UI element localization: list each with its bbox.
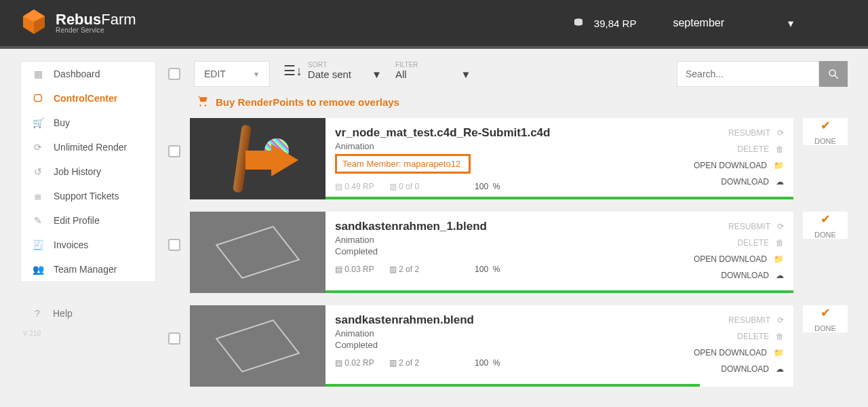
chevron-down-icon: ▼ xyxy=(253,71,260,78)
job-progress: 100 % xyxy=(475,265,500,274)
sidebar-item-profile[interactable]: ✎Edit Profile xyxy=(21,208,155,233)
sidebar-item-invoices[interactable]: 🧾Invoices xyxy=(21,233,155,257)
toolbar: EDIT ▼ ☰↓ SORT Date sent▼ FILTER All▼ xyxy=(168,61,848,87)
open-download-button[interactable]: OPEN DOWNLOAD xyxy=(694,254,767,264)
sidebar-item-help[interactable]: ?Help xyxy=(20,301,156,326)
filter-dropdown[interactable]: FILTER All▼ xyxy=(395,61,471,80)
job-checkbox[interactable] xyxy=(168,332,180,345)
job-frames: 0 of 0 xyxy=(399,182,419,191)
svg-line-6 xyxy=(835,75,838,79)
job-thumbnail[interactable] xyxy=(190,212,326,293)
select-all-checkbox[interactable] xyxy=(168,68,180,80)
job-actions: RESUBMIT⟳ DELETE🗑 OPEN DOWNLOAD📁 DOWNLOA… xyxy=(694,125,784,190)
user-menu[interactable]: september ▾ xyxy=(663,17,793,30)
sidebar-item-label: Job History xyxy=(54,166,101,177)
brand-logo[interactable]: RebusFarm Render Service xyxy=(20,8,136,38)
grid-icon: ▦ xyxy=(32,69,44,79)
filter-label: FILTER xyxy=(395,61,471,69)
brand-sub: Farm xyxy=(101,11,136,28)
edit-dropdown[interactable]: EDIT ▼ xyxy=(194,61,270,87)
sidebar-item-label: Buy xyxy=(54,117,70,128)
job-card: sandkastenrahmen_1.blend Animation Compl… xyxy=(190,212,793,293)
open-download-button[interactable]: OPEN DOWNLOAD xyxy=(694,161,767,170)
sort-icon: ☰↓ xyxy=(283,62,302,79)
done-badge[interactable]: ✔ DONE xyxy=(803,305,848,332)
job-frames: 2 of 2 xyxy=(399,265,419,274)
delete-button[interactable]: DELETE xyxy=(737,144,769,154)
trash-icon[interactable]: 🗑 xyxy=(776,144,784,154)
balance-display[interactable]: 39,84 RP xyxy=(572,17,637,29)
sort-value: Date sent xyxy=(308,69,351,80)
resubmit-button[interactable]: RESUBMIT xyxy=(728,128,770,138)
refresh-icon[interactable]: ⟳ xyxy=(777,128,784,138)
done-badge[interactable]: ✔ DONE xyxy=(803,118,848,145)
edit-label: EDIT xyxy=(204,69,226,79)
job-checkbox[interactable] xyxy=(168,145,180,157)
progress-bar xyxy=(326,197,793,199)
search-icon xyxy=(827,68,840,80)
search-button[interactable] xyxy=(819,61,848,87)
chevron-down-icon: ▼ xyxy=(372,69,382,80)
check-icon: ✔ xyxy=(821,118,831,133)
coins-icon xyxy=(572,17,585,29)
sort-label: SORT xyxy=(308,61,382,69)
sidebar-item-tickets[interactable]: ≣Support Tickets xyxy=(21,184,155,208)
sidebar-item-controlcenter[interactable]: 🖵ControlCenter xyxy=(21,86,155,111)
folder-icon[interactable]: 📁 xyxy=(774,161,784,170)
svg-point-5 xyxy=(829,70,835,76)
cycle-icon: ⟳ xyxy=(32,142,44,153)
cloud-download-icon[interactable]: ☁ xyxy=(776,177,784,187)
download-button[interactable]: DOWNLOAD xyxy=(721,364,769,374)
brand-text: RebusFarm Render Service xyxy=(56,12,136,34)
delete-button[interactable]: DELETE xyxy=(737,332,769,341)
logo-icon xyxy=(20,8,47,38)
sort-dropdown[interactable]: ☰↓ SORT Date sent▼ xyxy=(283,61,382,80)
cloud-download-icon[interactable]: ☁ xyxy=(776,271,784,280)
download-button[interactable]: DOWNLOAD xyxy=(721,177,769,187)
invoice-icon: 🧾 xyxy=(32,239,44,250)
folder-icon[interactable]: 📁 xyxy=(774,254,784,264)
delete-button[interactable]: DELETE xyxy=(737,238,769,248)
job-cost: 0.03 RP xyxy=(344,265,374,274)
trash-icon[interactable]: 🗑 xyxy=(776,238,784,248)
sidebar-item-buy[interactable]: 🛒Buy xyxy=(21,111,155,135)
sidebar-item-label: Edit Profile xyxy=(54,215,100,226)
resubmit-button[interactable]: RESUBMIT xyxy=(728,315,770,325)
monitor-icon: 🖵 xyxy=(32,93,44,104)
job-list: vr_node_mat_test.c4d_Re-Submit1.c4d Anim… xyxy=(168,118,848,387)
sidebar-item-label: Help xyxy=(53,308,73,319)
sidebar-item-unlimited[interactable]: ⟳Unlimited Render xyxy=(21,135,155,159)
promo-text: Buy RenderPoints to remove overlays xyxy=(216,96,399,108)
sidebar-item-label: Team Manager xyxy=(54,264,117,275)
download-button[interactable]: DOWNLOAD xyxy=(721,271,769,280)
chevron-down-icon: ▼ xyxy=(461,69,471,80)
sidebar-item-label: Support Tickets xyxy=(54,191,119,201)
trash-icon[interactable]: 🗑 xyxy=(776,332,784,341)
progress-bar xyxy=(326,384,700,387)
job-cost: 0.49 RP xyxy=(344,182,374,191)
done-label: DONE xyxy=(814,231,836,239)
job-row: sandkastenrahmen_1.blend Animation Compl… xyxy=(168,212,848,293)
refresh-icon[interactable]: ⟳ xyxy=(777,315,784,325)
job-checkbox[interactable] xyxy=(168,239,180,251)
search-input[interactable] xyxy=(677,61,819,87)
open-download-button[interactable]: OPEN DOWNLOAD xyxy=(694,348,767,357)
sidebar-item-team[interactable]: 👥Team Manager xyxy=(21,257,155,282)
sidebar-item-dashboard[interactable]: ▦Dashboard xyxy=(21,62,155,86)
sidebar-item-history[interactable]: ↺Job History xyxy=(21,159,155,184)
folder-icon[interactable]: 📁 xyxy=(774,348,784,357)
done-badge[interactable]: ✔ DONE xyxy=(803,212,848,239)
job-card: sandkastenrahmen.blend Animation Complet… xyxy=(190,305,793,387)
buy-renderpoints-link[interactable]: Buy RenderPoints to remove overlays xyxy=(195,95,848,109)
job-thumbnail[interactable] xyxy=(190,118,326,199)
brand-tagline: Render Service xyxy=(56,27,136,34)
job-progress: 100 % xyxy=(475,182,500,191)
app-header: RebusFarm Render Service 39,84 RP septem… xyxy=(0,0,868,49)
refresh-icon[interactable]: ⟳ xyxy=(777,222,784,231)
balance-value: 39,84 RP xyxy=(594,18,637,29)
cloud-download-icon[interactable]: ☁ xyxy=(776,364,784,374)
job-thumbnail[interactable] xyxy=(190,305,326,387)
sidebar-item-label: Unlimited Render xyxy=(54,142,127,153)
team-icon: 👥 xyxy=(32,264,44,275)
resubmit-button[interactable]: RESUBMIT xyxy=(728,222,770,231)
